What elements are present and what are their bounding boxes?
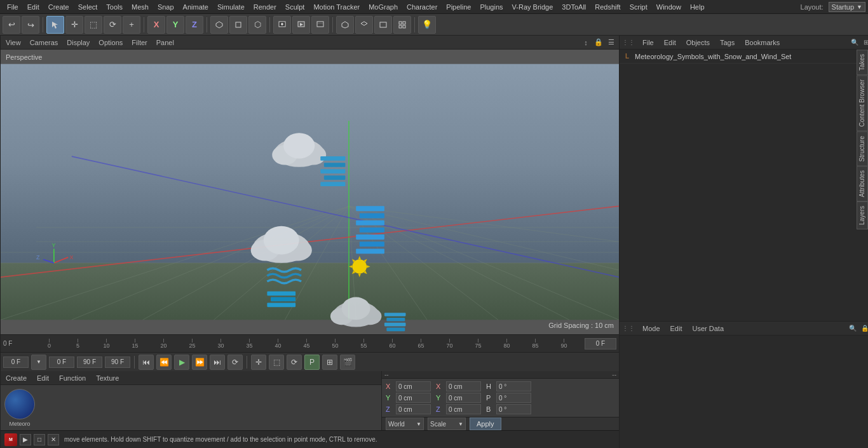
split-view-button[interactable] [393, 16, 411, 34]
rp-layer-icon[interactable]: ⊞ [861, 37, 868, 48]
attr-tab-edit[interactable]: Edit [668, 323, 685, 334]
apply-button[interactable]: Apply [470, 417, 501, 430]
redo-button[interactable]: ↩ [22, 16, 39, 34]
playback-start-input[interactable] [3, 356, 29, 368]
playback-end-input[interactable] [77, 356, 102, 368]
rotate-tool-button[interactable]: ⟳ [104, 16, 121, 34]
coord-z-pos-input[interactable] [396, 404, 431, 414]
om-tab-bookmarks[interactable]: Bookmarks [742, 37, 782, 48]
render-region-button[interactable] [273, 16, 291, 34]
playback-extra-5[interactable]: ⊞ [322, 355, 337, 370]
playback-extra-2[interactable]: ⬚ [269, 355, 284, 370]
object-mode-button[interactable] [210, 16, 228, 34]
menu-motion-tracker[interactable]: Motion Tracker [309, 2, 364, 12]
play-button[interactable]: ▶ [174, 355, 189, 370]
menu-select[interactable]: Select [74, 2, 102, 12]
polygon-mode-button[interactable] [229, 16, 247, 34]
vtab-structure[interactable]: Structure [857, 132, 868, 166]
play-prev-button[interactable]: ⏪ [156, 355, 172, 370]
viewport-tab-options[interactable]: Options [96, 37, 125, 48]
mat-tab-edit[interactable]: Edit [34, 373, 51, 383]
om-tab-file[interactable]: File [640, 37, 656, 48]
playback-extra-1[interactable]: ✛ [251, 355, 266, 370]
om-tab-edit[interactable]: Edit [661, 37, 679, 48]
viewport[interactable]: Perspective Grid Spacing : 10 cm [1, 50, 619, 334]
viewport-expand-icon[interactable]: ↕ [581, 37, 591, 48]
obj-row-0[interactable]: L Meteorology_Symbols_with_Snow_and_Wind… [620, 50, 868, 64]
top-view-button[interactable] [355, 16, 373, 34]
play-last-button[interactable]: ⏭ [210, 355, 225, 370]
viewport-tab-display[interactable]: Display [64, 37, 92, 48]
timeline[interactable]: 0 F 0 5 10 15 20 25 30 35 40 45 50 55 60… [1, 334, 619, 352]
mat-tab-texture[interactable]: Texture [93, 373, 121, 383]
playback-extra-3[interactable]: ⟳ [287, 355, 302, 370]
y-axis-button[interactable]: Y [166, 16, 184, 34]
undo-button[interactable]: ↩ [3, 16, 20, 34]
coord-y-pos-input[interactable] [396, 393, 431, 403]
render-full-button[interactable] [311, 16, 329, 34]
menu-sculpt[interactable]: Sculpt [281, 2, 309, 12]
menu-simulate[interactable]: Simulate [213, 2, 249, 12]
coord-x-pos-input[interactable] [396, 381, 431, 391]
viewport-tab-filter[interactable]: Filter [129, 37, 149, 48]
scale-tool-button[interactable]: ⬚ [85, 16, 102, 34]
menu-render[interactable]: Render [249, 2, 281, 12]
render-viewport-button[interactable] [292, 16, 310, 34]
menu-vray[interactable]: V-Ray Bridge [508, 2, 558, 12]
vtab-content-browser[interactable]: Content Browser [857, 75, 868, 131]
menu-3dtoall[interactable]: 3DToAll [557, 2, 590, 12]
perspective-view-button[interactable] [336, 16, 354, 34]
play-next-button[interactable]: ⏩ [192, 355, 207, 370]
coord-b-input[interactable] [496, 404, 531, 414]
menu-create[interactable]: Create [44, 2, 74, 12]
viewport-tab-cameras[interactable]: Cameras [27, 37, 61, 48]
menu-animate[interactable]: Animate [179, 2, 213, 12]
transform-tool-button[interactable]: + [123, 16, 140, 34]
viewport-tab-panel[interactable]: Panel [154, 37, 177, 48]
menu-script[interactable]: Script [625, 2, 652, 12]
menu-snap[interactable]: Snap [153, 2, 179, 12]
menu-character[interactable]: Character [402, 2, 442, 12]
playback-fps-input[interactable] [105, 356, 130, 368]
menu-pipeline[interactable]: Pipeline [442, 2, 475, 12]
menu-help[interactable]: Help [686, 2, 709, 12]
playback-extra-4[interactable]: P [304, 355, 320, 370]
coord-z2-input[interactable] [446, 404, 481, 414]
status-stop-icon[interactable]: □ [34, 434, 45, 445]
attr-tab-user-data[interactable]: User Data [690, 323, 727, 334]
menu-file[interactable]: File [3, 2, 23, 12]
coord-p-input[interactable] [496, 393, 531, 403]
om-tab-tags[interactable]: Tags [717, 37, 737, 48]
rp-search-icon[interactable]: 🔍 [850, 37, 860, 48]
current-frame-input[interactable] [585, 338, 616, 350]
edge-mode-button[interactable]: ⬡ [248, 16, 266, 34]
playback-current-input[interactable] [49, 356, 74, 368]
om-tab-objects[interactable]: Objects [684, 37, 712, 48]
play-loop-button[interactable]: ⟳ [227, 355, 243, 370]
coord-h-input[interactable] [496, 381, 531, 391]
mat-tab-function[interactable]: Function [57, 373, 88, 383]
status-play-icon[interactable]: ▶ [20, 434, 31, 445]
timeline-frame-field[interactable] [578, 338, 616, 350]
timeline-ruler[interactable]: 0 5 10 15 20 25 30 35 40 45 50 55 60 65 … [35, 335, 578, 352]
x-axis-button[interactable]: X [147, 16, 165, 34]
menu-window[interactable]: Window [652, 2, 686, 12]
viewport-menu-icon[interactable]: ☰ [606, 37, 616, 48]
layout-dropdown[interactable]: Startup ▼ [829, 2, 865, 12]
attr-search-icon[interactable]: 🔍 [848, 323, 858, 334]
material-sphere-0[interactable] [4, 389, 35, 419]
playback-dropdown-btn[interactable]: ▼ [31, 355, 46, 370]
material-item-0[interactable]: Meteoro [4, 389, 35, 427]
attr-lock-icon[interactable]: 🔒 [860, 323, 868, 334]
scale-dropdown[interactable]: Scale ▼ [428, 417, 466, 430]
viewport-tab-view[interactable]: View [3, 37, 24, 48]
vtab-layers[interactable]: Layers [857, 201, 868, 229]
menu-tools[interactable]: Tools [102, 2, 127, 12]
move-tool-button[interactable]: ✛ [65, 16, 83, 34]
viewport-lock-icon[interactable]: 🔒 [593, 37, 604, 48]
z-axis-button[interactable]: Z [186, 16, 203, 34]
front-view-button[interactable] [374, 16, 392, 34]
play-first-button[interactable]: ⏮ [139, 355, 154, 370]
attr-tab-mode[interactable]: Mode [640, 323, 663, 334]
mat-tab-create[interactable]: Create [3, 373, 29, 383]
